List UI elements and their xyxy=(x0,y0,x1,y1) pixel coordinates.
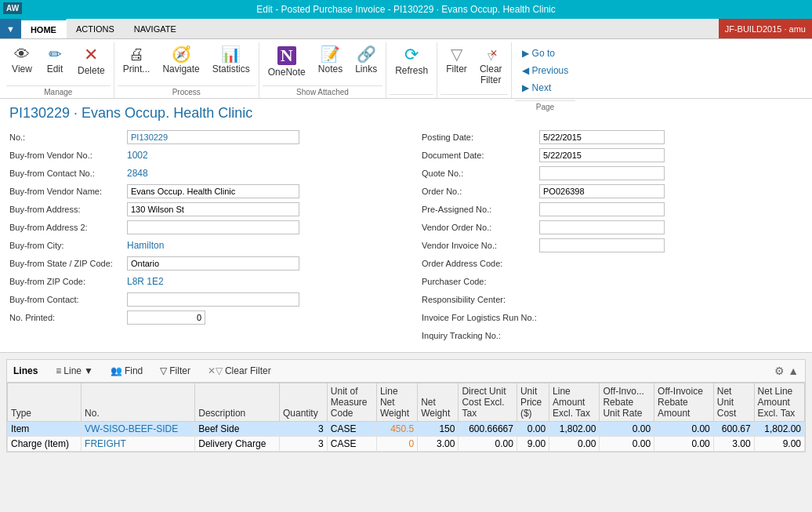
title-bar: AW Edit - Posted Purchase Invoice - PI13… xyxy=(0,0,812,19)
onenote-button[interactable]: N OneNote xyxy=(263,42,311,82)
notes-button[interactable]: 📝 Notes xyxy=(313,42,348,78)
label-contact-no: Buy-from Contact No.: xyxy=(9,169,127,178)
edit-button[interactable]: ✏ Edit xyxy=(39,42,71,78)
lines-title: Lines xyxy=(13,365,38,376)
col-rebate-unit-rate: Off-Invo...RebateUnit Rate xyxy=(600,383,654,422)
col-net-unit-cost: NetUnitCost xyxy=(713,383,754,422)
link-zip[interactable]: L8R 1E2 xyxy=(127,276,164,287)
ribbon-dropdown-btn[interactable]: ▼ xyxy=(0,19,21,38)
delete-label: Delete xyxy=(78,65,105,76)
grid-cell-type: Item xyxy=(8,422,82,437)
label-address2: Buy-from Address 2: xyxy=(9,223,127,232)
previous-button[interactable]: ◀ Previous xyxy=(518,63,573,78)
grid-cell-quantity: 3 xyxy=(279,422,327,437)
grid-cell-quantity: 3 xyxy=(279,437,327,452)
onenote-icon: N xyxy=(277,46,296,65)
form-row-city: Buy-from City: Hamilton xyxy=(9,238,390,253)
input-no[interactable] xyxy=(127,130,299,144)
print-button[interactable]: 🖨 Print... xyxy=(118,42,156,78)
input-posting-date[interactable] xyxy=(539,130,665,144)
filter-buttons: ▽ Filter ▽✕ ClearFilter xyxy=(440,42,507,93)
lines-grid: Type No. Description Quantity Unit ofMea… xyxy=(7,383,805,452)
clear-filter-label: ClearFilter xyxy=(480,64,502,85)
navigate-button[interactable]: 🧭 Navigate xyxy=(157,42,205,78)
label-vendor-order-no: Vendor Order No.: xyxy=(422,223,539,232)
col-net-weight: NetWeight xyxy=(418,383,459,422)
lines-header: Lines ≡ Line ▼ 👥 Find ▽ Filter ✕▽ Clear … xyxy=(7,360,805,383)
input-address[interactable] xyxy=(127,202,299,216)
input-vendor-order-no[interactable] xyxy=(539,220,665,234)
grid-cell-rebate_unit_rate: 0.00 xyxy=(600,437,654,452)
grid-cell-line_net_weight: 0 xyxy=(376,437,417,452)
table-row[interactable]: Charge (Item)FREIGHTDelivery Charge3CASE… xyxy=(8,437,805,452)
form-row-inquiry-tracking: Inquiry Tracking No.: xyxy=(422,328,803,343)
filter-label: Filter xyxy=(446,64,467,74)
tab-home[interactable]: HOME xyxy=(21,19,67,38)
label-preassigned-no: Pre-Assigned No.: xyxy=(422,205,539,214)
manage-group-label: Manage xyxy=(6,85,111,96)
grid-cell-line_amount: 1,802.00 xyxy=(549,422,600,437)
grid-cell-net_weight: 150 xyxy=(418,422,459,437)
navigate-label: Navigate xyxy=(162,64,199,74)
input-printed[interactable] xyxy=(127,310,205,325)
form-row-quote-no: Quote No.: xyxy=(422,165,803,181)
input-vendor-invoice-no[interactable] xyxy=(539,238,665,252)
col-rebate-amount: Off-InvoiceRebateAmount xyxy=(654,383,714,422)
line-dropdown-button[interactable]: ≡ Line ▼ xyxy=(50,363,99,379)
form-row-address2: Buy-from Address 2: xyxy=(9,220,390,235)
goto-icon: ▶ xyxy=(522,48,529,59)
label-order-no: Order No.: xyxy=(422,187,539,196)
lines-clear-filter-button[interactable]: ✕▽ Clear Filter xyxy=(202,363,277,379)
label-city: Buy-from City: xyxy=(9,241,127,250)
previous-icon: ◀ xyxy=(522,65,529,76)
collapse-icon[interactable]: ▲ xyxy=(788,365,799,377)
form-row-order-no: Order No.: xyxy=(422,183,803,199)
refresh-button[interactable]: ⟳ Refresh xyxy=(390,42,433,80)
input-order-no[interactable] xyxy=(539,184,665,198)
grid-cell-rebate_amount: 0.00 xyxy=(654,422,714,437)
input-doc-date[interactable] xyxy=(539,148,665,162)
window-title: Edit - Posted Purchase Invoice - PI13022… xyxy=(256,4,556,15)
label-vendor-no: Buy-from Vendor No.: xyxy=(9,151,127,160)
line-label: Line xyxy=(63,365,82,376)
grid-cell-no: VW-SISO-BEEF-SIDE xyxy=(82,422,195,437)
table-row[interactable]: ItemVW-SISO-BEEF-SIDEBeef Side3CASE450.5… xyxy=(8,422,805,437)
ribbon: ▼ HOME ACTIONS NAVIGATE JF-BUILD2015 · a… xyxy=(0,19,812,99)
input-contact[interactable] xyxy=(127,292,299,307)
refresh-label: Refresh xyxy=(395,65,428,76)
view-button[interactable]: 👁 View xyxy=(6,42,38,78)
settings-icon[interactable]: ⚙ xyxy=(774,365,785,377)
previous-label: Previous xyxy=(532,65,569,76)
app-icon: AW xyxy=(3,2,22,14)
find-label: Find xyxy=(125,365,143,376)
clear-filter-button[interactable]: ▽✕ ClearFilter xyxy=(474,42,508,89)
link-contact-no[interactable]: 2848 xyxy=(127,168,148,179)
tab-actions[interactable]: ACTIONS xyxy=(67,19,125,38)
link-city[interactable]: Hamilton xyxy=(127,240,164,251)
grid-cell-line_amount: 0.00 xyxy=(549,437,600,452)
form-row-vendor-no: Buy-from Vendor No.: 1002 xyxy=(9,147,390,163)
statistics-button[interactable]: 📊 Statistics xyxy=(207,42,256,78)
input-state[interactable] xyxy=(127,256,299,271)
input-address2[interactable] xyxy=(127,220,299,234)
label-purchaser-code: Purchaser Code: xyxy=(422,277,539,286)
find-button[interactable]: 👥 Find xyxy=(105,363,148,379)
input-vendor-name[interactable] xyxy=(127,184,299,198)
links-icon: 🔗 xyxy=(357,46,376,62)
line-list-icon: ≡ xyxy=(56,365,61,376)
goto-button[interactable]: ▶ Go to xyxy=(518,45,573,61)
lines-filter-button[interactable]: ▽ Filter xyxy=(154,363,196,379)
notes-label: Notes xyxy=(318,64,343,74)
input-preassigned-no[interactable] xyxy=(539,202,665,216)
links-button[interactable]: 🔗 Links xyxy=(350,42,382,78)
delete-button[interactable]: ✕ Delete xyxy=(72,42,111,80)
tab-navigate[interactable]: NAVIGATE xyxy=(125,19,187,38)
link-vendor-no[interactable]: 1002 xyxy=(127,150,148,161)
next-button[interactable]: ▶ Next xyxy=(518,80,573,96)
input-quote-no[interactable] xyxy=(539,166,665,180)
col-type: Type xyxy=(8,383,82,422)
label-inquiry-tracking: Inquiry Tracking No.: xyxy=(422,331,539,340)
filter-button[interactable]: ▽ Filter xyxy=(440,42,473,78)
grid-cell-uom: CASE xyxy=(327,437,376,452)
form-row-preassigned-no: Pre-Assigned No.: xyxy=(422,202,803,217)
